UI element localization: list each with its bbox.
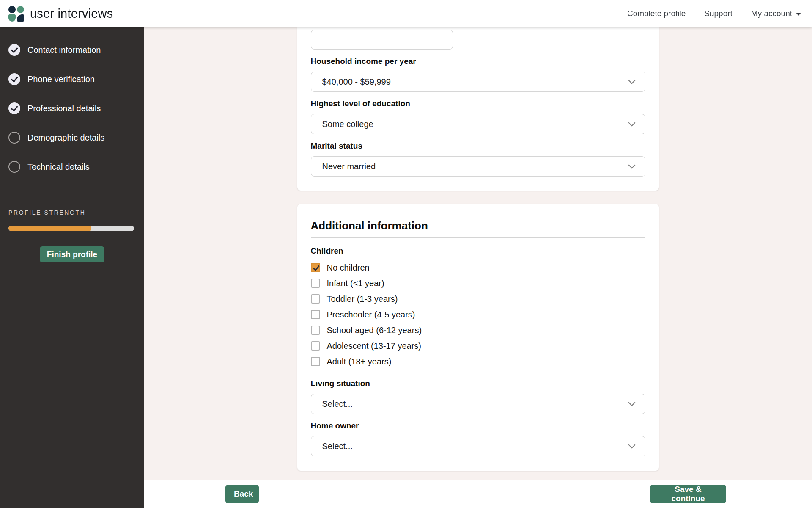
step-complete-icon [8,44,20,56]
checkbox[interactable] [311,341,320,351]
checkbox-option-preschooler[interactable]: Preschooler (4-5 years) [311,309,645,320]
chevron-down-icon [628,399,635,406]
nav-support[interactable]: Support [704,9,732,18]
living-situation-label: Living situation [311,379,645,388]
household-income-select[interactable]: $40,000 - $59,999 [311,72,645,92]
sidebar-step-technical-details[interactable]: Technical details [8,161,135,173]
checkbox-option-infant[interactable]: Infant (<1 year) [311,278,645,289]
step-incomplete-icon [8,161,20,173]
chevron-down-icon [628,119,635,127]
chevron-down-icon [628,442,635,449]
header-nav: Complete profile Support My account [627,9,801,18]
additional-information-card: Additional information Children No child… [297,204,659,471]
profile-strength-label: PROFILE STRENGTH [8,209,135,216]
children-checkbox-list: No children Infant (<1 year) Toddler (1-… [311,262,645,367]
finish-profile-button[interactable]: Finish profile [40,246,104,262]
checkbox[interactable] [311,310,320,319]
education-select[interactable]: Some college [311,114,645,134]
nav-my-account[interactable]: My account [751,9,801,18]
form-scroll-area[interactable]: Household income per year $40,000 - $59,… [144,27,812,480]
section-title: Additional information [311,219,645,232]
home-owner-value: Select... [322,442,353,451]
checkbox[interactable] [311,326,320,335]
caret-down-icon [796,13,801,16]
living-situation-value: Select... [322,399,353,409]
footer-action-bar: Back Save & continue [144,480,812,508]
checkbox-label: No children [327,263,370,273]
step-label: Phone verification [27,75,95,84]
step-complete-icon [8,102,20,114]
chevron-down-icon [628,162,635,169]
checkbox-option-adolescent[interactable]: Adolescent (13-17 years) [311,340,645,351]
home-owner-select[interactable]: Select... [311,436,645,456]
text-input[interactable] [311,30,453,50]
divider [311,237,645,238]
checkbox-option-adult[interactable]: Adult (18+ years) [311,356,645,367]
checkbox-label: School aged (6-12 years) [327,326,422,335]
sidebar-step-phone-verification[interactable]: Phone verification [8,73,135,85]
step-label: Demographic details [27,133,104,143]
nav-complete-profile-label: Complete profile [627,9,686,18]
checkbox-option-no-children[interactable]: No children [311,262,645,273]
living-situation-select[interactable]: Select... [311,394,645,414]
checkbox-option-toddler[interactable]: Toddler (1-3 years) [311,293,645,304]
brand-name: user interviews [30,7,113,21]
nav-support-label: Support [704,9,732,18]
step-incomplete-icon [8,132,20,144]
education-value: Some college [322,119,373,129]
sidebar-step-professional-details[interactable]: Professional details [8,102,135,114]
user-interviews-logo-icon [8,6,24,22]
checkbox-option-school-aged[interactable]: School aged (6-12 years) [311,325,645,336]
progress-sidebar: Contact information Phone verification P… [0,27,144,508]
brand[interactable]: user interviews [8,6,113,22]
checkbox[interactable] [311,294,320,304]
sidebar-step-demographic-details[interactable]: Demographic details [8,132,135,144]
home-owner-label: Home owner [311,421,645,431]
step-label: Technical details [27,162,90,172]
top-header: user interviews Complete profile Support… [0,0,812,27]
step-complete-icon [8,73,20,85]
checkbox[interactable] [311,279,320,288]
profile-strength-bar [8,226,134,231]
checkbox[interactable] [311,263,320,272]
chevron-down-icon [628,77,635,84]
household-income-value: $40,000 - $59,999 [322,77,391,87]
checkbox-label: Adult (18+ years) [327,357,392,367]
children-group-label: Children [311,246,645,256]
checkbox-label: Infant (<1 year) [327,279,384,288]
step-label: Contact information [27,45,101,55]
marital-status-label: Marital status [311,141,645,151]
checkbox-label: Toddler (1-3 years) [327,294,398,304]
sidebar-step-contact-information[interactable]: Contact information [8,44,135,56]
nav-complete-profile[interactable]: Complete profile [627,9,686,18]
checkbox-label: Preschooler (4-5 years) [327,310,415,320]
profile-strength-fill [8,226,91,231]
demographics-card: Household income per year $40,000 - $59,… [297,27,659,190]
marital-status-select[interactable]: Never married [311,156,645,177]
save-continue-button[interactable]: Save & continue [650,485,726,503]
education-label: Highest level of education [311,99,645,108]
marital-status-value: Never married [322,162,376,171]
back-button[interactable]: Back [225,485,259,503]
household-income-label: Household income per year [311,57,645,66]
checkbox-label: Adolescent (13-17 years) [327,341,421,351]
nav-my-account-label: My account [751,9,792,18]
step-label: Professional details [27,104,101,113]
checkbox[interactable] [311,357,320,366]
